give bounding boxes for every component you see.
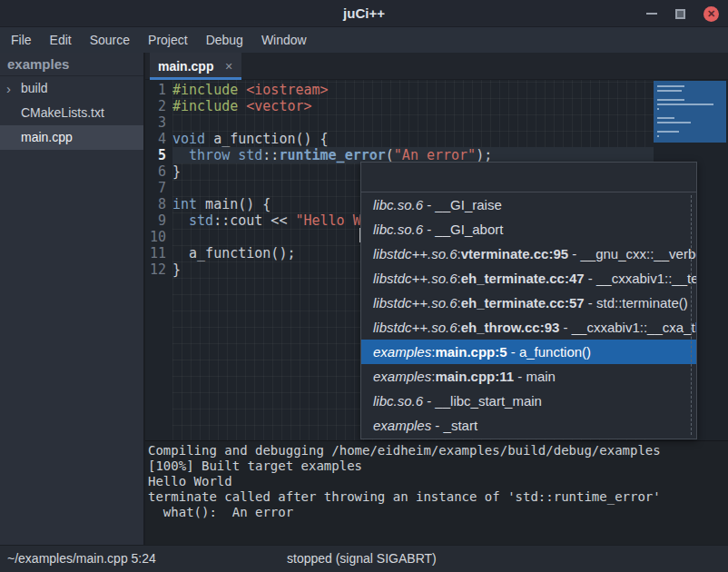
code-line-3[interactable] [172,114,654,131]
statusbar: ~/examples/main.cpp 5:24 stopped (signal… [0,545,728,572]
menu-item-window[interactable]: Window [252,27,316,53]
line-number: 3 [145,114,171,131]
frame-file-location: eh_throw.cc:93 [461,320,560,335]
file-tree-sidebar: examples ›buildCMakeLists.txtmain.cpp [0,53,145,545]
minimap-line [657,108,659,110]
frame-file-location: main.cpp:11 [435,369,514,384]
stack-frame-row[interactable]: libc.so.6 - __GI_raise [361,192,696,217]
stack-frame-row[interactable]: libstdc++.so.6:vterminate.cc:95 - __gnu_… [361,242,696,266]
stack-frame-row[interactable]: libc.so.6 - __GI_abort [361,217,696,242]
titlebar[interactable]: juCi++ ✕ [0,0,728,27]
code-segment: } [172,163,181,180]
terminal-line: what(): An error [148,505,728,520]
close-icon[interactable]: ✕ [703,6,719,22]
line-number: 11 [145,245,171,261]
debug-status: stopped (signal SIGABRT) [287,546,437,572]
stack-frame-row[interactable]: examples:main.cpp:11 - main [361,364,696,389]
line-number: 5 [145,147,171,163]
line-number: 10 [145,229,171,245]
code-segment: :: [262,147,279,163]
minimap-line [657,135,659,137]
code-line-2[interactable]: #include <vector> [172,98,654,114]
code-segment: <vector> [246,98,311,114]
code-segment [172,212,189,229]
file-label: main.cpp [21,130,73,144]
minimap-line [657,99,684,101]
juci-window: juCi++ ✕ FileEditSourceProjectDebugWindo… [0,0,728,572]
frame-symbol: - _start [431,418,477,433]
code-segment: std [189,212,213,229]
sidebar-item-build[interactable]: ›build [0,76,143,101]
build-output-terminal[interactable]: Compiling and debugging /home/eidheim/ex… [145,440,728,545]
stack-frame-row[interactable]: examples:main.cpp:5 - a_function() [361,340,696,364]
code-line-4[interactable]: void a_function() { [172,131,654,147]
code-segment: void [172,131,205,147]
minimize-icon[interactable] [646,13,657,15]
menu-item-edit[interactable]: Edit [41,27,81,53]
stack-frame-row[interactable]: libstdc++.so.6:eh_terminate.cc:57 - std:… [361,291,696,315]
minimap-line [657,122,691,123]
tabbar: main.cpp ✕ [145,53,728,80]
code-segment: std [238,147,262,163]
frame-library: libstdc++.so.6 [373,320,457,335]
line-number: 9 [145,212,171,229]
file-label: CMakeLists.txt [21,105,104,120]
code-segment [172,147,189,163]
cursor-location-status: ~/examples/main.cpp 5:24 [7,546,156,572]
frame-file-location: eh_terminate.cc:57 [461,295,585,311]
code-segment: ::cout << [213,212,295,229]
code-line-1[interactable]: #include <iostream> [172,82,654,98]
code-segment: a_function(); [172,245,295,261]
code-segment: #include [172,98,246,114]
code-segment: #include [172,82,246,98]
frame-symbol: - __GI_abort [423,222,503,237]
sidebar-item-cmakelists-txt[interactable]: CMakeLists.txt [0,101,143,125]
stack-trace-popup: libc.so.6 - __GI_raiselibc.so.6 - __GI_a… [360,162,697,439]
frame-file-location: eh_terminate.cc:47 [461,271,585,286]
minimap-line [657,85,684,87]
stack-frame-row[interactable]: examples - _start [361,413,696,438]
tab-label: main.cpp [158,59,213,74]
popup-search-field[interactable] [361,163,696,192]
menu-item-project[interactable]: Project [139,27,197,53]
stack-frame-row[interactable]: libc.so.6 - __libc_start_main [361,389,696,413]
line-number: 1 [145,82,171,98]
tab-main-cpp[interactable]: main.cpp ✕ [150,53,241,80]
frame-library: examples [373,418,431,433]
minimap-line [657,90,682,92]
stack-frame-row[interactable]: libstdc++.so.6:eh_terminate.cc:47 - __cx… [361,266,696,291]
stack-frame-row[interactable]: libstdc++.so.6:eh_throw.cc:93 - __cxxabi… [361,315,696,340]
code-segment [230,147,238,163]
code-segment: throw [189,147,230,163]
line-number: 4 [145,131,171,147]
menu-item-source[interactable]: Source [81,27,139,53]
sidebar-item-main-cpp[interactable]: main.cpp [0,125,143,150]
terminal-line: Hello World [148,474,728,489]
code-segment: int [172,196,197,212]
code-segment: "Hello W [295,212,360,229]
frame-symbol: - __cxxabiv1::__cxa_thro [559,320,696,335]
frame-symbol: - __GI_raise [423,197,502,212]
line-number-gutter: 123456789101112 [145,82,171,278]
chevron-right-icon[interactable]: › [6,76,11,101]
frame-library: libc.so.6 [373,222,423,237]
line-number: 6 [145,163,171,180]
terminal-line: terminate called after throwing an insta… [148,489,728,505]
popup-scrollbar[interactable] [691,195,692,435]
menu-item-file[interactable]: File [2,27,41,53]
terminal-line: Compiling and debugging /home/eidheim/ex… [148,443,728,459]
terminal-line: [100%] Built target examples [148,459,728,474]
line-number: 7 [145,180,171,196]
tab-close-icon[interactable]: ✕ [224,61,232,73]
restore-icon[interactable] [675,9,685,19]
line-number: 2 [145,98,171,114]
minimap-slider[interactable] [654,81,726,143]
menu-item-debug[interactable]: Debug [197,27,252,53]
frame-library: libstdc++.so.6 [373,271,457,286]
frame-library: examples [373,369,431,384]
frame-symbol: - __libc_start_main [423,393,542,409]
file-label: build [21,81,48,95]
frame-file-location: main.cpp:5 [435,344,507,360]
line-number: 12 [145,261,171,278]
code-segment: } [172,261,181,278]
